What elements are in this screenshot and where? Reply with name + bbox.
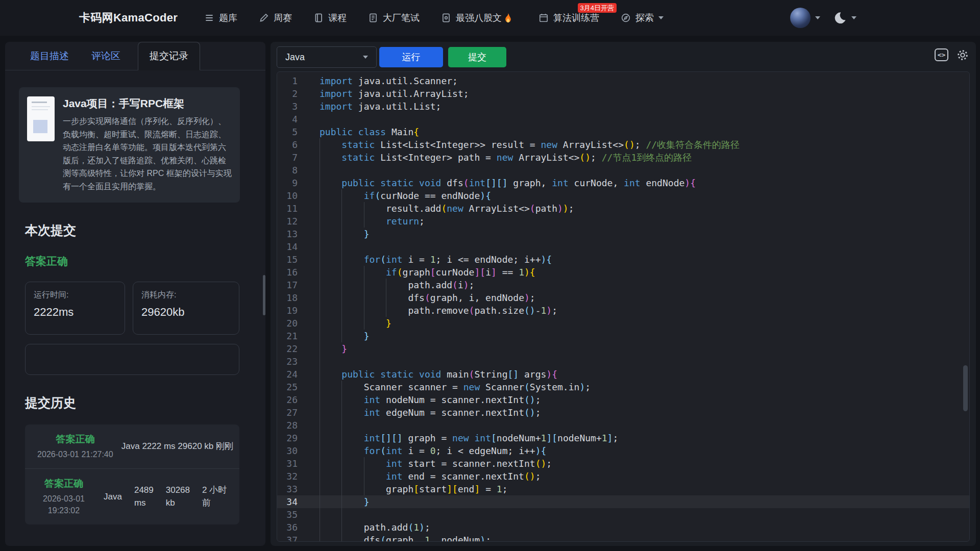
- code-line[interactable]: 34}: [277, 495, 969, 508]
- line-number: 29: [277, 432, 298, 444]
- code-line[interactable]: 24public static void main(String[] args)…: [277, 368, 969, 381]
- code-line[interactable]: 8: [277, 164, 969, 177]
- code-line[interactable]: 18dfs(graph, i, endNode);: [277, 291, 969, 304]
- code-line[interactable]: 36path.add(1);: [277, 521, 969, 534]
- indent-guide: [320, 457, 341, 470]
- nav-menu: 题库 周赛 课程 大厂笔试 最强八股文 算法训练营 3月4日开营 探索: [204, 0, 664, 36]
- tab-comments[interactable]: 评论区: [80, 42, 132, 70]
- code-line[interactable]: 30for(int i = 0; i < edgeNum; i++){: [277, 444, 969, 457]
- tab-description[interactable]: 题目描述: [19, 42, 80, 70]
- avatar[interactable]: [790, 8, 811, 28]
- indent-guide: [320, 521, 341, 534]
- promo-thumbnail: [27, 96, 55, 141]
- nav-item-problems[interactable]: 题库: [204, 0, 237, 36]
- indent-guide: [341, 470, 363, 483]
- tab-bar: 题目描述 评论区 提交记录: [5, 42, 265, 70]
- history-status: 答案正确: [31, 477, 96, 490]
- code-line[interactable]: 33graph[start][end] = 1;: [277, 483, 969, 495]
- panel-scrollbar-handle[interactable]: [263, 275, 265, 315]
- promo-card[interactable]: Java项目：手写RPC框架 一步步实现网络通信（序列化、反序列化）、负载均衡、…: [19, 87, 240, 203]
- calendar-icon: [538, 13, 549, 23]
- nav-item-company-tests[interactable]: 大厂笔试: [368, 0, 420, 36]
- nav-item-interview-qa[interactable]: 最强八股文: [441, 0, 517, 36]
- code-line[interactable]: 9public static void dfs(int[][] graph, i…: [277, 177, 969, 189]
- history-row[interactable]: 答案正确 2026-03-01 19:23:02 Java 2489 ms 30…: [25, 468, 239, 524]
- code-line[interactable]: 4: [277, 113, 969, 126]
- code-lines: 1import java.util.Scanner;2import java.u…: [277, 74, 969, 542]
- indent-guide: [320, 419, 341, 432]
- code-line-text: [320, 419, 364, 432]
- code-line-text: result.add(new ArrayList<>(path));: [320, 202, 574, 215]
- indent-guide: [341, 240, 363, 253]
- line-number: 26: [277, 393, 298, 406]
- code-line[interactable]: 35: [277, 508, 969, 521]
- run-button[interactable]: 运行: [379, 47, 443, 67]
- code-line[interactable]: 29int[][] graph = new int[nodeNum+1][nod…: [277, 432, 969, 444]
- code-line[interactable]: 27int edgeNum = scanner.nextInt();: [277, 406, 969, 419]
- code-line[interactable]: 15for(int i = 1; i <= endNode; i++){: [277, 253, 969, 266]
- code-line[interactable]: 11result.add(new ArrayList<>(path));: [277, 202, 969, 215]
- code-editor[interactable]: 1import java.util.Scanner;2import java.u…: [277, 71, 970, 542]
- nav-item-weekly-contest[interactable]: 周赛: [259, 0, 292, 36]
- nav-item-explore[interactable]: 探索: [621, 0, 664, 36]
- indent-guide: [320, 266, 341, 279]
- code-line-text: dfs(graph, i, endNode);: [320, 291, 535, 304]
- line-number: 4: [277, 113, 298, 126]
- indent-guide: [341, 189, 363, 202]
- indent-guide: [364, 317, 386, 330]
- user-menu[interactable]: [790, 8, 820, 28]
- notes-icon: [368, 13, 378, 23]
- submit-button[interactable]: 提交: [448, 47, 506, 67]
- indent-guide: [341, 291, 363, 304]
- code-line[interactable]: 7static List<Integer> path = new ArrayLi…: [277, 151, 969, 164]
- history-row[interactable]: 答案正确 2026-03-01 21:27:40 Java 2222 ms 29…: [25, 424, 239, 468]
- indent-guide: [364, 215, 386, 228]
- format-code-icon[interactable]: <>: [935, 48, 948, 61]
- code-line[interactable]: 20}: [277, 317, 969, 330]
- tab-submissions[interactable]: 提交记录: [138, 42, 200, 70]
- code-line-text: [320, 508, 364, 521]
- code-line-text: }: [320, 228, 370, 240]
- chevron-down-icon: [815, 16, 820, 19]
- indent-guide: [320, 381, 341, 393]
- code-line[interactable]: 13}: [277, 228, 969, 240]
- line-number: 10: [277, 189, 298, 202]
- code-line[interactable]: 21}: [277, 330, 969, 342]
- theme-toggle[interactable]: [834, 11, 856, 24]
- code-line[interactable]: 26int nodeNum = scanner.nextInt();: [277, 393, 969, 406]
- code-line-text: Scanner scanner = new Scanner(System.in)…: [320, 381, 591, 393]
- code-line[interactable]: 16if(graph[curNode][i] == 1){: [277, 266, 969, 279]
- code-line[interactable]: 5public class Main{: [277, 126, 969, 138]
- code-line[interactable]: 12return;: [277, 215, 969, 228]
- code-line[interactable]: 3import java.util.List;: [277, 100, 969, 113]
- nav-item-training-camp[interactable]: 算法训练营 3月4日开营: [538, 0, 599, 36]
- code-line[interactable]: 14: [277, 240, 969, 253]
- code-line[interactable]: 10if(curNode == endNode){: [277, 189, 969, 202]
- code-line[interactable]: 31int start = scanner.nextInt();: [277, 457, 969, 470]
- code-line[interactable]: 37dfs(graph, 1, nodeNum);: [277, 534, 969, 542]
- code-line[interactable]: 25Scanner scanner = new Scanner(System.i…: [277, 381, 969, 393]
- submissions-body: Java项目：手写RPC框架 一步步实现网络通信（序列化、反序列化）、负载均衡、…: [5, 87, 265, 524]
- history-heading: 提交历史: [25, 394, 253, 411]
- submission-stats: 运行时间: 2222ms 消耗内存: 29620kb: [25, 282, 253, 335]
- code-line[interactable]: 23: [277, 355, 969, 368]
- code-line[interactable]: 1import java.util.Scanner;: [277, 74, 969, 87]
- nav-item-courses[interactable]: 课程: [313, 0, 347, 36]
- code-line[interactable]: 32int end = scanner.nextInt();: [277, 470, 969, 483]
- nav-item-label: 探索: [635, 12, 654, 24]
- code-line[interactable]: 6static List<List<Integer>> result = new…: [277, 138, 969, 151]
- language-select[interactable]: Java: [277, 46, 377, 68]
- code-line[interactable]: 2import java.util.ArrayList;: [277, 87, 969, 100]
- editor-toolbar: Java 运行 提交 <>: [271, 42, 976, 70]
- history-detail-columns: Java 2489 ms 30268 kb 2 小时 前: [104, 484, 227, 510]
- indent-guide: [341, 317, 363, 330]
- line-number: 14: [277, 240, 298, 253]
- code-line[interactable]: 22}: [277, 342, 969, 355]
- code-line[interactable]: 17path.add(i);: [277, 279, 969, 291]
- settings-icon[interactable]: [957, 49, 969, 61]
- code-line[interactable]: 19path.remove(path.size()-1);: [277, 304, 969, 317]
- code-line[interactable]: 28: [277, 419, 969, 432]
- line-number: 31: [277, 457, 298, 470]
- editor-scrollbar[interactable]: [963, 365, 968, 411]
- logo[interactable]: 卡码网KamaCoder: [79, 10, 178, 26]
